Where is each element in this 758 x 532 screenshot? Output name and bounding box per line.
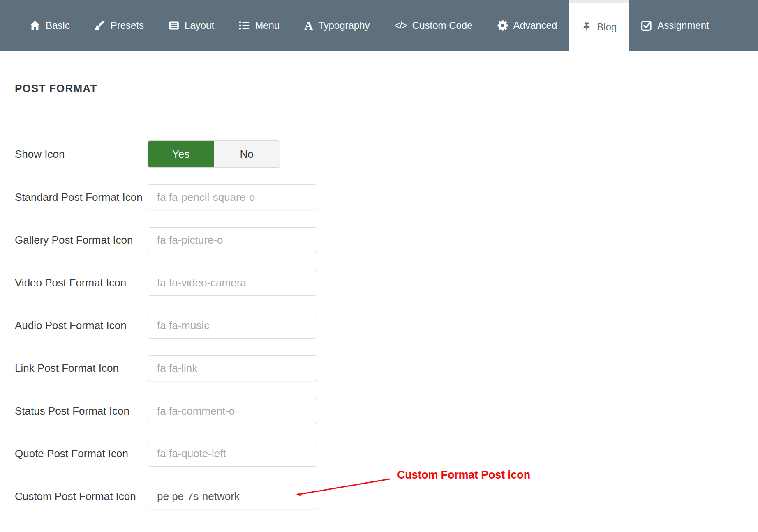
field-label: Status Post Format Icon <box>0 405 148 417</box>
tab-menu[interactable]: Menu <box>226 0 292 51</box>
tab-label: Custom Code <box>412 20 473 31</box>
tab-label: Advanced <box>513 20 557 31</box>
home-icon <box>30 20 40 31</box>
tab-label: Presets <box>111 20 144 31</box>
tab-assignment[interactable]: Assignment <box>629 0 721 51</box>
field-row-audio: Audio Post Format Icon <box>0 313 758 339</box>
paintbrush-icon <box>95 20 105 31</box>
tab-presets[interactable]: Presets <box>82 0 156 51</box>
audio-post-format-icon-input[interactable] <box>148 313 317 339</box>
standard-post-format-icon-input[interactable] <box>148 184 317 210</box>
tab-custom-code[interactable]: </> Custom Code <box>382 0 485 51</box>
tab-blog-active[interactable]: Blog <box>569 0 629 51</box>
tab-typography[interactable]: A Typography <box>292 0 382 51</box>
field-row-video: Video Post Format Icon <box>0 270 758 296</box>
page-title: POST FORMAT <box>15 82 97 95</box>
quote-post-format-icon-input[interactable] <box>148 441 317 467</box>
field-row-standard: Standard Post Format Icon <box>0 184 758 210</box>
check-square-icon <box>641 20 652 31</box>
field-label: Audio Post Format Icon <box>0 319 148 332</box>
gallery-post-format-icon-input[interactable] <box>148 227 317 253</box>
tab-label: Assignment <box>657 20 709 31</box>
field-row-quote: Quote Post Format Icon <box>0 441 758 467</box>
field-row-gallery: Gallery Post Format Icon <box>0 227 758 253</box>
tab-basic[interactable]: Basic <box>17 0 82 51</box>
tab-label: Basic <box>46 20 70 31</box>
list-alt-icon <box>169 20 179 31</box>
settings-tab-bar: Basic Presets Layout Menu A Typography <… <box>0 0 758 51</box>
field-label: Standard Post Format Icon <box>0 191 148 204</box>
pushpin-icon <box>582 22 592 32</box>
show-icon-yes-button[interactable]: Yes <box>148 141 214 167</box>
field-label: Video Post Format Icon <box>0 276 148 289</box>
annotation-arrow-icon <box>290 472 397 498</box>
video-post-format-icon-input[interactable] <box>148 270 317 296</box>
field-label: Link Post Format Icon <box>0 362 148 375</box>
status-post-format-icon-input[interactable] <box>148 398 317 424</box>
field-label: Quote Post Format Icon <box>0 447 148 460</box>
tab-advanced[interactable]: Advanced <box>485 0 570 51</box>
tab-label: Typography <box>318 20 370 31</box>
font-icon: A <box>304 20 313 32</box>
show-icon-row: Show Icon Yes No <box>0 140 758 168</box>
tab-label: Layout <box>185 20 214 31</box>
link-post-format-icon-input[interactable] <box>148 355 317 381</box>
tab-label: Blog <box>597 21 617 33</box>
tab-layout[interactable]: Layout <box>156 0 226 51</box>
section-header: POST FORMAT <box>0 51 758 111</box>
field-row-status: Status Post Format Icon <box>0 398 758 424</box>
list-icon <box>239 20 250 31</box>
code-icon: </> <box>395 20 407 31</box>
field-label: Gallery Post Format Icon <box>0 234 148 246</box>
tab-label: Menu <box>255 20 280 31</box>
gear-icon <box>497 20 508 31</box>
field-label: Custom Post Format Icon <box>0 490 148 503</box>
field-row-link: Link Post Format Icon <box>0 355 758 381</box>
field-label: Show Icon <box>0 148 148 161</box>
show-icon-toggle: Yes No <box>148 140 280 168</box>
show-icon-no-button[interactable]: No <box>214 141 280 167</box>
annotation-label: Custom Format Post icon <box>397 469 530 481</box>
post-format-form: Show Icon Yes No Standard Post Format Ic… <box>0 111 758 509</box>
